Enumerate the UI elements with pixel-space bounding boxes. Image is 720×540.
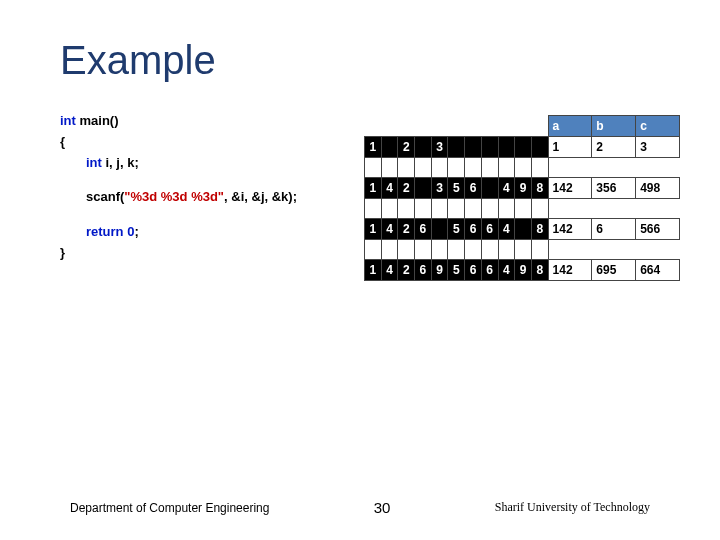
char-cell: 6 — [415, 219, 432, 240]
char-cell — [498, 137, 515, 158]
code-scanf: scanf( — [86, 189, 124, 204]
val-c: 566 — [636, 219, 680, 240]
char-cell — [415, 178, 432, 199]
char-cell: 8 — [531, 260, 548, 281]
char-cell: 5 — [448, 219, 465, 240]
code-block: int main() { int i, j, k; scanf("%3d %3d… — [60, 111, 360, 281]
code-format: "%3d %3d %3d" — [124, 189, 224, 204]
char-cell — [448, 137, 465, 158]
char-cell: 9 — [431, 260, 448, 281]
char-cell: 6 — [481, 260, 498, 281]
val-c: 498 — [636, 178, 680, 199]
char-cell — [431, 219, 448, 240]
slide: Example int main() { int i, j, k; scanf(… — [0, 0, 720, 540]
char-cell: 4 — [381, 178, 398, 199]
char-cell — [481, 137, 498, 158]
char-cell: 6 — [415, 260, 432, 281]
char-cell: 1 — [365, 219, 382, 240]
char-cell — [415, 137, 432, 158]
result-table-wrap: a b c 1231231423564981423564981426566481… — [364, 111, 680, 281]
slide-title: Example — [60, 38, 680, 83]
val-b: 695 — [592, 260, 636, 281]
code-brace-close: } — [60, 243, 360, 264]
kw-return: return — [86, 224, 127, 239]
col-b: b — [592, 116, 636, 137]
char-cell — [481, 178, 498, 199]
char-cell: 5 — [448, 260, 465, 281]
val-b: 6 — [592, 219, 636, 240]
spacer-row — [365, 158, 680, 178]
code-args: , &i, &j, &k); — [224, 189, 297, 204]
char-cell: 8 — [531, 178, 548, 199]
char-cell: 8 — [531, 219, 548, 240]
char-cell: 3 — [431, 178, 448, 199]
char-cell: 2 — [398, 260, 415, 281]
code-main: main() — [80, 113, 119, 128]
char-cell — [515, 219, 532, 240]
content-row: int main() { int i, j, k; scanf("%3d %3d… — [60, 111, 680, 281]
char-cell: 4 — [381, 260, 398, 281]
char-cell: 5 — [448, 178, 465, 199]
char-cell: 2 — [398, 219, 415, 240]
char-cell — [515, 137, 532, 158]
code-semi: ; — [134, 224, 138, 239]
char-cell: 4 — [498, 178, 515, 199]
data-row: 14269566498142695664 — [365, 260, 680, 281]
char-cell: 9 — [515, 178, 532, 199]
code-vars: i, j, k; — [106, 155, 139, 170]
char-cell — [465, 137, 482, 158]
header-row: a b c — [365, 116, 680, 137]
char-cell: 1 — [365, 137, 382, 158]
val-a: 142 — [548, 178, 592, 199]
val-c: 664 — [636, 260, 680, 281]
result-table: a b c 1231231423564981423564981426566481… — [364, 115, 680, 281]
char-cell: 2 — [398, 178, 415, 199]
char-cell: 4 — [381, 219, 398, 240]
val-a: 142 — [548, 260, 592, 281]
val-b: 2 — [592, 137, 636, 158]
code-brace-open: { — [60, 132, 360, 153]
char-cell: 1 — [365, 260, 382, 281]
char-cell — [381, 137, 398, 158]
footer-page: 30 — [374, 499, 391, 516]
char-cell: 4 — [498, 260, 515, 281]
char-cell: 6 — [465, 178, 482, 199]
spacer-row — [365, 199, 680, 219]
val-a: 1 — [548, 137, 592, 158]
data-row: 1426566481426566 — [365, 219, 680, 240]
footer-dept: Department of Computer Engineering — [70, 501, 269, 515]
val-c: 3 — [636, 137, 680, 158]
data-row: 123123 — [365, 137, 680, 158]
char-cell: 4 — [498, 219, 515, 240]
char-cell: 9 — [515, 260, 532, 281]
val-a: 142 — [548, 219, 592, 240]
char-cell: 3 — [431, 137, 448, 158]
spacer-row — [365, 240, 680, 260]
char-cell: 1 — [365, 178, 382, 199]
char-cell: 2 — [398, 137, 415, 158]
char-cell: 6 — [465, 260, 482, 281]
data-row: 142356498142356498 — [365, 178, 680, 199]
footer-university: Sharif University of Technology — [495, 500, 650, 515]
blank-line2 — [60, 208, 360, 222]
char-cell: 6 — [481, 219, 498, 240]
char-cell: 6 — [465, 219, 482, 240]
kw-int: int — [60, 113, 80, 128]
val-b: 356 — [592, 178, 636, 199]
footer: Department of Computer Engineering 30 Sh… — [0, 499, 720, 516]
char-cell — [531, 137, 548, 158]
col-c: c — [636, 116, 680, 137]
blank-line — [60, 173, 360, 187]
col-a: a — [548, 116, 592, 137]
kw-int2: int — [86, 155, 106, 170]
